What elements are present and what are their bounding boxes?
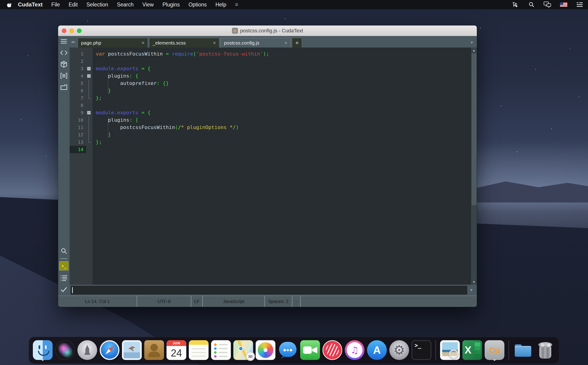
tab-scroll-arrows[interactable]: ◂▸ (71, 36, 75, 48)
status-cell-lexer[interactable]: JavaScript (203, 296, 265, 307)
dock-sysprefs-icon[interactable] (389, 339, 409, 361)
menu-item-selection[interactable]: Selection (86, 2, 108, 8)
dock-messages-icon[interactable] (278, 339, 298, 361)
title-bar[interactable]: @ postcss.config.js - CudaText (58, 26, 477, 36)
status-cell-line-ends[interactable]: LF (191, 296, 203, 307)
dock-safari-icon[interactable] (99, 339, 120, 361)
menu-item-plugins[interactable]: Plugins (162, 2, 180, 8)
fold-marker[interactable]: − (86, 109, 92, 116)
calendar-month: JUN (167, 340, 186, 346)
dock-cudatext-icon[interactable]: Cu (484, 339, 505, 361)
pointer-icon[interactable] (511, 1, 520, 8)
active-app-name[interactable]: CudaText (18, 1, 43, 8)
dock-photos-icon[interactable] (255, 339, 276, 361)
output-icon[interactable] (58, 273, 70, 283)
dock-notes-icon[interactable] (189, 339, 209, 361)
dock-news-icon[interactable] (322, 339, 342, 361)
code-lines[interactable]: 1var postcssFocusWithin = require('postc… (70, 50, 471, 153)
search-icon[interactable] (527, 1, 536, 8)
dock-calendar-icon[interactable]: JUN24 (166, 339, 186, 361)
dock-maps-icon[interactable]: 3D (233, 339, 253, 361)
fold-marker[interactable]: − (86, 65, 92, 72)
code-line-5[interactable]: 5 autoprefixer: {} (70, 80, 471, 87)
tab--elements-scss[interactable]: _elements.scss× (149, 38, 219, 48)
tabs-panel-icon[interactable] (58, 82, 70, 92)
dock-trash-icon[interactable] (535, 339, 555, 361)
status-cell-tab-size[interactable]: Spaces: 2 (265, 296, 292, 307)
dock-preview-icon[interactable] (440, 339, 460, 361)
status-cell-caret[interactable]: Ln 14, Col 1 (58, 296, 137, 307)
tab-close-icon[interactable]: × (139, 40, 144, 46)
dock-folder-icon[interactable] (513, 339, 533, 361)
code-tree-icon[interactable] (58, 48, 70, 58)
dock-launchpad-icon[interactable] (77, 339, 97, 361)
dock-finder-icon[interactable] (33, 339, 53, 361)
tab-page-php[interactable]: page.php× (78, 38, 148, 48)
apple-logo-icon[interactable] (4, 2, 15, 7)
code-line-2[interactable]: 2 (70, 58, 471, 65)
fold-column (86, 87, 92, 94)
dock-appstore-icon[interactable] (367, 339, 387, 361)
dock-excel-icon[interactable]: X (462, 339, 482, 361)
menu-item-search[interactable]: Search (117, 2, 134, 8)
code-line-12[interactable]: 12 ] (70, 131, 471, 138)
code-line-3[interactable]: 3−module.exports = { (70, 65, 471, 72)
title-group: @ postcss.config.js - CudaText (58, 28, 477, 34)
code-line-10[interactable]: 10 plugins: [ (70, 116, 471, 124)
code-line-14[interactable]: 14 (70, 146, 471, 153)
terminal-logo-glyph: >_ (415, 342, 421, 349)
menu-item-help[interactable]: Help (215, 2, 226, 8)
tab-close-icon[interactable]: × (282, 40, 287, 46)
scrollbar-thumb[interactable] (472, 54, 476, 205)
console-icon[interactable]: >_ (59, 261, 68, 270)
menu-icon[interactable] (58, 36, 70, 47)
code-line-8[interactable]: 8 (70, 102, 471, 109)
dock-siri-icon[interactable] (55, 339, 75, 361)
code-line-4[interactable]: 4− plugins: { (70, 72, 471, 80)
tab-postcss-config-js[interactable]: postcss.config.js× (220, 38, 291, 48)
dock-contacts-icon[interactable] (144, 339, 164, 361)
code-pane[interactable]: 1var postcssFocusWithin = require('postc… (70, 48, 471, 285)
document-icon: @ (232, 28, 238, 34)
menu-item-view[interactable]: View (142, 2, 154, 8)
package-icon[interactable] (58, 59, 70, 70)
dock-mail-icon[interactable] (122, 339, 142, 361)
dock-itunes-icon[interactable] (345, 339, 365, 361)
menu-item-[interactable]: = (235, 2, 238, 8)
menu-item-edit[interactable]: Edit (69, 2, 78, 8)
tab-close-icon[interactable]: × (211, 40, 216, 46)
console-dropdown-icon[interactable]: ▼ (467, 288, 475, 292)
dock-reminders-icon[interactable] (211, 339, 231, 361)
code-line-9[interactable]: 9−module.exports = { (70, 109, 471, 116)
keyboard-flag-icon[interactable] (560, 1, 568, 8)
tab-list-dropdown-icon[interactable]: ▼ (470, 41, 474, 45)
code-line-6[interactable]: 6 } (70, 87, 471, 94)
code-line-11[interactable]: 11 postcssFocusWithin(/* pluginOptions *… (70, 124, 471, 131)
code-text: module.exports = { (92, 65, 150, 72)
editor[interactable]: 1var postcssFocusWithin = require('postc… (70, 48, 477, 285)
code-line-13[interactable]: 13}; (70, 138, 471, 146)
fold-marker[interactable]: − (86, 72, 92, 80)
zoom-button[interactable] (77, 28, 82, 33)
minimize-button[interactable] (69, 28, 74, 33)
menu-item-options[interactable]: Options (189, 2, 207, 8)
menu-item-file[interactable]: File (51, 2, 60, 8)
close-button[interactable] (62, 28, 66, 33)
snippets-icon[interactable] (58, 70, 70, 81)
dock-facetime-icon[interactable] (300, 339, 320, 361)
list-icon[interactable] (576, 1, 584, 8)
scroll-up-icon[interactable]: ▲ (473, 48, 475, 53)
scroll-down-icon[interactable]: ▼ (473, 279, 475, 285)
displays-icon[interactable] (543, 1, 552, 8)
status-cell-wrap[interactable]: - (292, 296, 301, 307)
status-cell-encoding[interactable]: UTF-8 (137, 296, 191, 307)
vertical-scrollbar[interactable]: ▲ ▼ (471, 48, 477, 285)
validate-icon[interactable] (58, 284, 70, 295)
code-line-7[interactable]: 7}; (70, 94, 471, 102)
code-line-1[interactable]: 1var postcssFocusWithin = require('postc… (70, 50, 471, 58)
search-icon[interactable] (58, 246, 70, 256)
code-text (92, 146, 96, 153)
dock-terminal-icon[interactable]: >_ (411, 339, 432, 361)
new-tab-button[interactable]: + (292, 38, 302, 48)
console-input[interactable] (71, 286, 467, 295)
